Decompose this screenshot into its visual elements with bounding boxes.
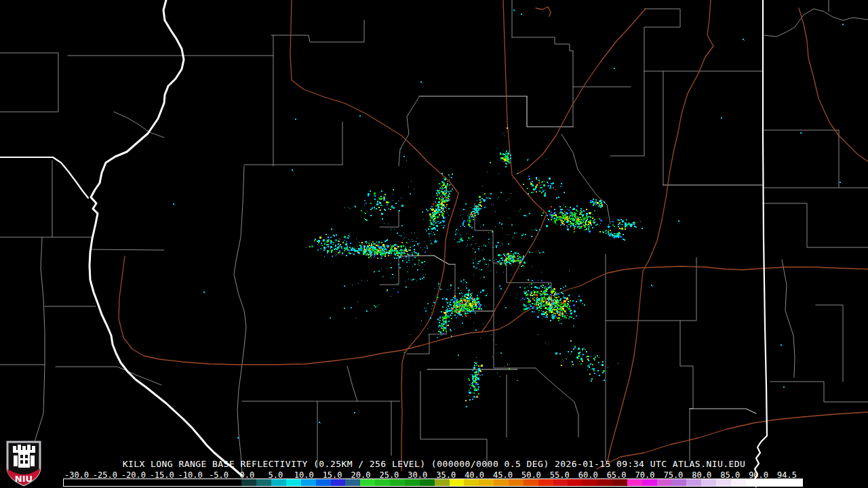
county-boundaries-bright-layer — [399, 96, 762, 413]
radar-map — [0, 0, 868, 488]
radar-screen: KILX LONG RANGE BASE REFLECTIVITY (0.25K… — [0, 0, 868, 488]
niu-logo-text: NIU — [15, 474, 33, 484]
colorbar-scale-labels: -30.0-25.0-20.0-15.0-10.0-5.00.05.010.01… — [0, 470, 868, 479]
product-title: KILX LONG RANGE BASE REFLECTIVITY (0.25K… — [123, 459, 746, 469]
reflectivity-colorbar — [63, 479, 803, 487]
niu-logo: NIU — [4, 441, 43, 487]
niu-castle-icon — [13, 445, 35, 468]
county-boundaries-layer — [0, 0, 868, 473]
state-borders-layer — [0, 0, 767, 487]
